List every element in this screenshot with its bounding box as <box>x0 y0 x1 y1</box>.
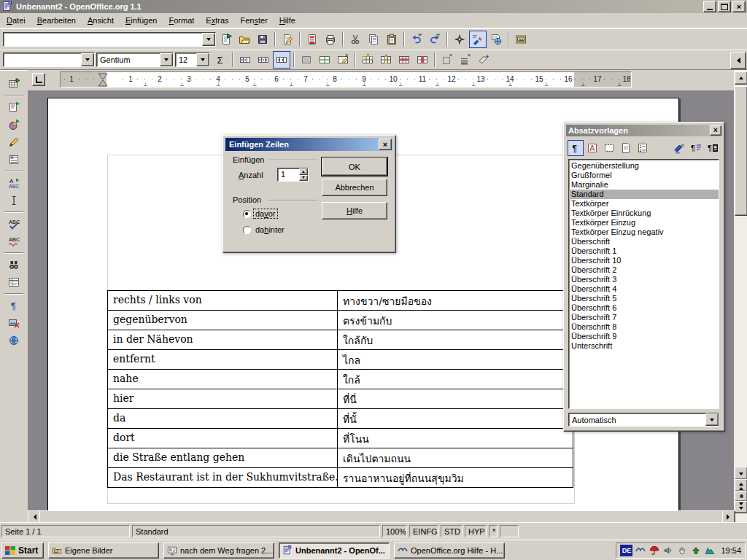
thai-cell[interactable]: ที่นั้ <box>338 409 573 428</box>
stylist-close-button[interactable]: × <box>710 125 721 136</box>
cancel-button[interactable]: Abbrechen <box>322 179 387 196</box>
german-cell[interactable]: gegenübervon <box>108 311 338 330</box>
col-width-fixed-icon[interactable] <box>236 51 254 69</box>
spin-up-icon[interactable] <box>299 168 308 175</box>
status-cell[interactable] <box>500 525 519 537</box>
graphics-onoff-icon[interactable] <box>5 314 23 332</box>
style-filter-combobox[interactable]: Automatisch <box>568 413 719 427</box>
paragraph-styles-icon[interactable]: ¶ <box>568 140 584 156</box>
close-button[interactable]: × <box>732 1 746 12</box>
print-icon[interactable] <box>322 31 339 48</box>
col-width-variable-icon[interactable] <box>273 51 290 69</box>
thai-cell[interactable]: ไกล <box>338 350 573 369</box>
stylist-icon[interactable] <box>469 31 487 48</box>
radio-after[interactable] <box>243 226 251 234</box>
find-replace-icon[interactable] <box>5 256 23 273</box>
col-width-proportional-icon[interactable] <box>255 51 272 69</box>
insert-column-icon[interactable] <box>377 51 395 69</box>
online-layout-icon[interactable] <box>5 332 23 349</box>
german-cell[interactable]: in der Nähevon <box>108 330 338 349</box>
radio-before[interactable] <box>243 210 251 218</box>
status-cell[interactable]: Standard <box>132 525 380 537</box>
delete-row-icon[interactable] <box>395 51 413 69</box>
insert-fields-icon[interactable] <box>5 98 23 116</box>
paragraph-style-value[interactable] <box>4 53 81 66</box>
open-icon[interactable] <box>236 31 253 48</box>
table-row[interactable]: entferntไกล <box>108 350 573 370</box>
page-styles-icon[interactable] <box>618 140 634 156</box>
style-list-item[interactable]: Standard <box>569 190 719 199</box>
font-name-combobox[interactable]: Gentium <box>96 52 174 67</box>
vertical-scrollbar[interactable] <box>734 70 747 522</box>
navigation-button[interactable] <box>735 491 747 502</box>
status-cell[interactable]: HYP <box>465 525 487 537</box>
thai-cell[interactable]: เดินไปตามถนน <box>338 448 573 467</box>
german-cell[interactable]: entfernt <box>108 350 338 369</box>
table-row[interactable]: naheใกล้ <box>108 370 573 389</box>
table-row[interactable]: gegenübervonตรงข้ามกับ <box>108 311 573 330</box>
navigator-icon[interactable] <box>451 31 468 48</box>
border-pen-icon[interactable] <box>334 51 352 69</box>
export-pdf-icon[interactable] <box>303 31 321 48</box>
insert-rows-dialog[interactable]: Einfügen Zeilen × Einfügen Anzahl 1 Posi… <box>222 135 396 253</box>
edit-file-icon[interactable] <box>279 31 296 48</box>
hyperlink-dialog-icon[interactable] <box>487 31 505 48</box>
taskbar-button[interactable]: nach dem Weg fragen 2.... <box>163 542 274 559</box>
horizontal-ruler[interactable]: 1123456789101112131415161718⊥⊥⊥⊥⊥⊥⊥⊥⊥⊥⊥⊥… <box>60 71 632 88</box>
next-page-button[interactable] <box>735 501 747 513</box>
border-style-icon[interactable] <box>438 51 456 69</box>
undo-icon[interactable] <box>408 31 425 48</box>
thai-cell[interactable]: ที่โนน <box>338 429 573 448</box>
taskbar-button[interactable]: Eigene Bilder <box>48 542 159 559</box>
thai-cell[interactable]: ที่นี่ <box>338 389 573 408</box>
menu-fenster[interactable]: Fenster <box>235 14 274 27</box>
taskbar-button[interactable]: OpenOffice.org Hilfe - H... <box>394 542 505 559</box>
quickstart-tray-icon[interactable] <box>635 545 646 556</box>
nonprinting-characters-icon[interactable]: ¶ <box>5 297 23 314</box>
keyboard-layout-indicator[interactable]: DE <box>620 545 632 556</box>
style-list-item[interactable]: Textkörper Einzug <box>569 218 719 228</box>
count-spinner[interactable]: 1 <box>277 168 309 182</box>
save-icon[interactable] <box>254 31 271 48</box>
insert-row-icon[interactable] <box>359 51 376 69</box>
character-styles-icon[interactable]: A <box>584 140 600 156</box>
german-cell[interactable]: dort <box>108 429 338 448</box>
volume-tray-icon[interactable] <box>662 545 674 556</box>
german-cell[interactable]: nahe <box>108 370 338 389</box>
style-list-item[interactable]: Überschrift 9 <box>569 332 719 341</box>
vertical-scroll-thumb[interactable] <box>735 86 747 216</box>
dropdown-arrow-icon[interactable] <box>196 53 209 66</box>
gallery-icon[interactable] <box>512 31 530 48</box>
maximize-button[interactable] <box>718 1 731 12</box>
status-cell[interactable]: Seite 1 / 1 <box>1 525 130 537</box>
tab-type-selector[interactable] <box>32 73 45 86</box>
sum-icon[interactable]: Σ <box>212 51 229 69</box>
style-list-item[interactable]: Gegenüberstellung <box>569 161 719 171</box>
table-row[interactable]: rechts / links vonทางขวา/ซายมือของ <box>108 291 573 311</box>
toolbar-collapse-button[interactable] <box>730 52 746 69</box>
insert-object-icon[interactable] <box>5 116 23 133</box>
menu-datei[interactable]: Datei <box>1 14 31 27</box>
thai-cell[interactable]: ใกล้ <box>338 370 573 389</box>
data-sources-icon[interactable] <box>5 273 23 291</box>
direct-cursor-icon[interactable] <box>5 192 23 209</box>
dialog-close-button[interactable]: × <box>379 139 392 150</box>
delete-column-icon[interactable] <box>414 51 431 69</box>
style-list-item[interactable]: Überschrift 4 <box>569 284 719 294</box>
table-row[interactable]: hierที่นี่ <box>108 389 573 409</box>
radio-before-label[interactable]: davor <box>254 209 277 218</box>
insert-icon[interactable] <box>5 75 23 93</box>
table-row[interactable]: daที่นั้ <box>108 409 573 429</box>
thai-cell[interactable]: ตรงข้ามกับ <box>338 311 573 330</box>
font-name-value[interactable]: Gentium <box>97 53 160 66</box>
table-row[interactable]: dortที่โนน <box>108 429 573 448</box>
count-value[interactable]: 1 <box>278 168 299 181</box>
line-style-icon[interactable] <box>457 51 474 69</box>
style-list-item[interactable]: Unterschrift <box>569 341 719 351</box>
previous-page-button[interactable] <box>735 479 747 491</box>
paste-icon[interactable] <box>383 31 400 48</box>
autospellcheck-icon[interactable]: ABC <box>5 233 23 250</box>
style-list-item[interactable]: Textkörper Einrückung <box>569 209 719 218</box>
minimize-button[interactable] <box>703 1 716 12</box>
thai-cell[interactable]: รานอาหานอยู่ที่ถนนสุขุมวิม <box>338 468 573 487</box>
